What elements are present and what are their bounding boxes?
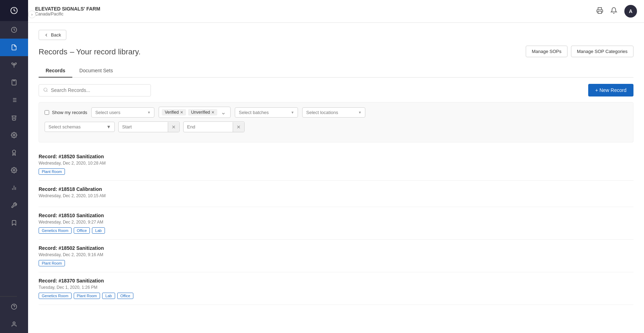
sidebar <box>0 0 28 333</box>
show-my-records: Show my records <box>45 110 87 115</box>
record-item[interactable]: Record: #18370 Sanitization Tuesday, Dec… <box>39 272 633 305</box>
select-locations-dropdown[interactable]: Select locations ▼ <box>302 107 365 118</box>
record-title: Record: #18370 Sanitization <box>39 278 633 284</box>
start-date-input[interactable] <box>119 122 168 132</box>
unverified-tag: Unverified ✕ <box>188 109 217 115</box>
title-row: Records – Your record library. Manage SO… <box>39 46 633 57</box>
record-tag: Genetics Room <box>39 227 72 234</box>
record-tags: Genetics RoomOfficeLab <box>39 227 633 234</box>
search-row: + New Record <box>39 84 633 96</box>
avatar[interactable]: A <box>624 5 637 18</box>
sidebar-item-grow[interactable] <box>0 56 28 74</box>
end-date-wrap: ✕ <box>183 121 245 132</box>
record-tag: Plant Room <box>39 260 65 266</box>
sidebar-bottom <box>0 295 28 333</box>
record-date: Wednesday, Dec 2, 2020, 10:15 AM <box>39 193 633 198</box>
record-date: Tuesday, Dec 1, 2020, 1:26 PM <box>39 285 633 290</box>
records-list: Record: #18520 Sanitization Wednesday, D… <box>39 148 633 305</box>
company-location: Canada/Pacific <box>35 12 100 16</box>
record-tag: Office <box>117 293 134 299</box>
title-actions: Manage SOPs Manage SOP Categories <box>526 46 633 57</box>
select-batches-dropdown[interactable]: Select batches ▼ <box>235 107 298 118</box>
tag-filter-more[interactable]: ⌄ <box>219 108 227 116</box>
sidebar-item-list[interactable] <box>0 91 28 109</box>
tabs: Records Document Sets <box>39 64 633 78</box>
select-batches-label: Select batches <box>239 110 268 115</box>
top-header: ELEVATED SIGNALS' FARM Canada/Pacific A <box>28 0 644 23</box>
record-title: Record: #18502 Sanitization <box>39 245 633 251</box>
record-tag: Office <box>74 227 90 234</box>
select-locations-label: Select locations <box>306 110 338 115</box>
svg-point-9 <box>13 134 15 136</box>
select-users-label: Select users <box>95 110 120 115</box>
show-my-records-checkbox[interactable] <box>45 110 49 115</box>
search-icon <box>43 87 48 93</box>
filter-area: Show my records Select users ▼ Verified … <box>39 102 633 142</box>
company-name: ELEVATED SIGNALS' FARM <box>35 6 100 12</box>
record-tag: Genetics Room <box>39 293 72 299</box>
manage-sops-button[interactable]: Manage SOPs <box>526 46 567 57</box>
record-tag: Plant Room <box>74 293 100 299</box>
filters-row2: Select schemas ▼ ✕ ✕ <box>45 121 628 132</box>
manage-sop-categories-button[interactable]: Manage SOP Categories <box>571 46 633 57</box>
sidebar-item-settings2[interactable] <box>0 161 28 179</box>
verified-tag-remove[interactable]: ✕ <box>180 110 183 115</box>
record-title: Record: #18518 Calibration <box>39 186 633 192</box>
sidebar-item-records[interactable] <box>0 39 28 56</box>
svg-point-17 <box>13 322 15 324</box>
sidebar-logo <box>0 0 28 21</box>
end-date-input[interactable] <box>184 122 233 132</box>
select-schemas-arrow: ▼ <box>106 124 111 129</box>
page-title-main: Records <box>39 47 67 56</box>
record-item[interactable]: Record: #18502 Sanitization Wednesday, D… <box>39 240 633 272</box>
page-title: Records – Your record library. <box>39 46 141 57</box>
record-tags: Plant Room <box>39 168 633 175</box>
select-users-arrow: ▼ <box>147 111 151 114</box>
record-tag: Lab <box>92 227 105 234</box>
header-actions: A <box>596 5 637 18</box>
svg-point-10 <box>13 150 16 153</box>
sidebar-item-chart[interactable] <box>0 179 28 197</box>
search-input[interactable] <box>51 87 146 93</box>
sidebar-item-bookmark[interactable] <box>0 214 28 232</box>
back-label: Back <box>51 32 61 38</box>
select-schemas-dropdown[interactable]: Select schemas ▼ <box>45 122 115 132</box>
start-date-clear[interactable]: ✕ <box>168 122 179 132</box>
tab-document-sets[interactable]: Document Sets <box>72 64 120 78</box>
select-users-dropdown[interactable]: Select users ▼ <box>91 107 154 118</box>
tab-records[interactable]: Records <box>39 64 72 78</box>
record-item[interactable]: Record: #18510 Sanitization Wednesday, D… <box>39 207 633 240</box>
sidebar-item-settings[interactable] <box>0 126 28 144</box>
sidebar-collapse-button[interactable]: › <box>28 11 36 18</box>
record-item[interactable]: Record: #18518 Calibration Wednesday, De… <box>39 181 633 207</box>
verified-tag: Verified ✕ <box>162 109 186 115</box>
filters-row1: Show my records Select users ▼ Verified … <box>45 107 628 118</box>
svg-rect-2 <box>13 80 15 81</box>
sidebar-item-trash[interactable] <box>0 109 28 126</box>
page-content: Back Records – Your record library. Mana… <box>28 23 644 333</box>
new-record-button[interactable]: + New Record <box>588 84 633 96</box>
sidebar-item-user[interactable] <box>0 315 28 333</box>
sidebar-item-clipboard[interactable] <box>0 74 28 91</box>
sidebar-item-badge[interactable] <box>0 144 28 161</box>
end-date-clear[interactable]: ✕ <box>233 122 244 132</box>
sidebar-item-tools[interactable] <box>0 197 28 214</box>
back-button[interactable]: Back <box>39 30 66 40</box>
record-item[interactable]: Record: #18520 Sanitization Wednesday, D… <box>39 148 633 181</box>
record-date: Wednesday, Dec 2, 2020, 10:28 AM <box>39 161 633 166</box>
start-date-wrap: ✕ <box>118 121 180 132</box>
unverified-tag-remove[interactable]: ✕ <box>211 110 214 115</box>
select-schemas-label: Select schemas <box>48 124 81 129</box>
record-title: Record: #18510 Sanitization <box>39 213 633 218</box>
svg-line-20 <box>47 91 48 92</box>
search-box <box>39 84 151 96</box>
record-tags: Genetics RoomPlant RoomLabOffice <box>39 293 633 299</box>
unverified-tag-label: Unverified <box>191 110 210 115</box>
sidebar-item-help[interactable] <box>0 298 28 315</box>
sidebar-item-time[interactable] <box>0 21 28 39</box>
page-title-sub: – Your record library. <box>70 47 140 56</box>
select-locations-arrow: ▼ <box>358 111 362 114</box>
notification-icon[interactable] <box>610 7 617 16</box>
print-icon[interactable] <box>596 7 603 16</box>
record-tag: Plant Room <box>39 168 65 175</box>
